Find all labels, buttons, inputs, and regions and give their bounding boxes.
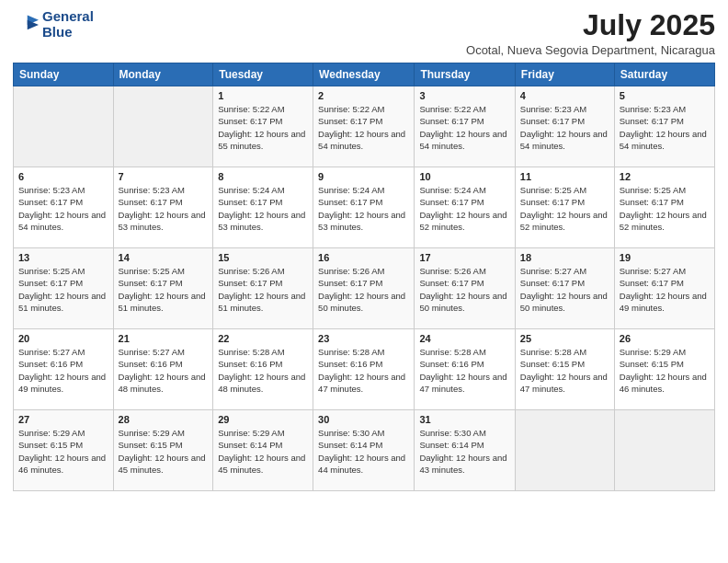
page: General Blue July 2025 Ocotal, Nueva Seg… xyxy=(0,0,728,563)
day-number: 30 xyxy=(318,414,409,425)
day-number: 24 xyxy=(419,333,509,344)
day-info: Sunrise: 5:26 AMSunset: 6:17 PMDaylight:… xyxy=(419,265,509,314)
logo: General Blue xyxy=(13,9,94,40)
weekday-header: Thursday xyxy=(415,63,515,86)
day-info: Sunrise: 5:28 AMSunset: 6:16 PMDaylight:… xyxy=(218,346,308,395)
day-number: 16 xyxy=(318,252,409,263)
day-number: 29 xyxy=(218,414,308,425)
logo-icon xyxy=(13,12,39,38)
day-cell: 28Sunrise: 5:29 AMSunset: 6:15 PMDayligh… xyxy=(113,410,213,491)
day-number: 25 xyxy=(520,333,609,344)
day-info: Sunrise: 5:24 AMSunset: 6:17 PMDaylight:… xyxy=(419,184,509,233)
day-cell: 29Sunrise: 5:29 AMSunset: 6:14 PMDayligh… xyxy=(213,410,313,491)
day-info: Sunrise: 5:24 AMSunset: 6:17 PMDaylight:… xyxy=(318,184,409,233)
day-number: 13 xyxy=(18,252,108,263)
day-number: 31 xyxy=(419,414,509,425)
day-cell: 6Sunrise: 5:23 AMSunset: 6:17 PMDaylight… xyxy=(14,167,114,248)
header: General Blue July 2025 Ocotal, Nueva Seg… xyxy=(13,9,715,57)
day-number: 5 xyxy=(620,90,710,101)
day-info: Sunrise: 5:25 AMSunset: 6:17 PMDaylight:… xyxy=(620,184,710,233)
day-cell: 15Sunrise: 5:26 AMSunset: 6:17 PMDayligh… xyxy=(213,248,313,329)
day-info: Sunrise: 5:22 AMSunset: 6:17 PMDaylight:… xyxy=(419,103,509,152)
day-number: 10 xyxy=(419,171,509,182)
day-cell: 30Sunrise: 5:30 AMSunset: 6:14 PMDayligh… xyxy=(313,410,415,491)
day-number: 2 xyxy=(318,90,409,101)
day-cell: 27Sunrise: 5:29 AMSunset: 6:15 PMDayligh… xyxy=(14,410,114,491)
day-number: 7 xyxy=(119,171,209,182)
day-number: 18 xyxy=(520,252,609,263)
day-cell: 3Sunrise: 5:22 AMSunset: 6:17 PMDaylight… xyxy=(415,86,515,167)
day-number: 19 xyxy=(620,252,710,263)
day-cell: 26Sunrise: 5:29 AMSunset: 6:15 PMDayligh… xyxy=(614,329,714,410)
calendar: SundayMondayTuesdayWednesdayThursdayFrid… xyxy=(13,63,715,491)
day-number: 4 xyxy=(520,90,609,101)
day-cell: 7Sunrise: 5:23 AMSunset: 6:17 PMDaylight… xyxy=(113,167,213,248)
day-cell: 8Sunrise: 5:24 AMSunset: 6:17 PMDaylight… xyxy=(213,167,313,248)
week-row: 20Sunrise: 5:27 AMSunset: 6:16 PMDayligh… xyxy=(14,329,715,410)
weekday-header: Wednesday xyxy=(313,63,415,86)
weekday-header: Sunday xyxy=(14,63,114,86)
day-number: 27 xyxy=(18,414,108,425)
day-cell: 5Sunrise: 5:23 AMSunset: 6:17 PMDaylight… xyxy=(614,86,714,167)
weekday-header: Monday xyxy=(113,63,213,86)
day-cell: 21Sunrise: 5:27 AMSunset: 6:16 PMDayligh… xyxy=(113,329,213,410)
day-info: Sunrise: 5:27 AMSunset: 6:16 PMDaylight:… xyxy=(18,346,108,395)
day-info: Sunrise: 5:30 AMSunset: 6:14 PMDaylight:… xyxy=(318,427,409,476)
day-number: 9 xyxy=(318,171,409,182)
day-number: 17 xyxy=(419,252,509,263)
day-info: Sunrise: 5:23 AMSunset: 6:17 PMDaylight:… xyxy=(520,103,609,152)
day-number: 1 xyxy=(218,90,308,101)
day-cell: 1Sunrise: 5:22 AMSunset: 6:17 PMDaylight… xyxy=(213,86,313,167)
day-info: Sunrise: 5:26 AMSunset: 6:17 PMDaylight:… xyxy=(318,265,409,314)
day-info: Sunrise: 5:23 AMSunset: 6:17 PMDaylight:… xyxy=(119,184,209,233)
day-cell: 4Sunrise: 5:23 AMSunset: 6:17 PMDaylight… xyxy=(515,86,614,167)
day-info: Sunrise: 5:27 AMSunset: 6:16 PMDaylight:… xyxy=(119,346,209,395)
day-info: Sunrise: 5:22 AMSunset: 6:17 PMDaylight:… xyxy=(218,103,308,152)
title-block: July 2025 Ocotal, Nueva Segovia Departme… xyxy=(466,9,715,57)
day-cell: 18Sunrise: 5:27 AMSunset: 6:17 PMDayligh… xyxy=(515,248,614,329)
day-info: Sunrise: 5:25 AMSunset: 6:17 PMDaylight:… xyxy=(520,184,609,233)
day-info: Sunrise: 5:29 AMSunset: 6:15 PMDaylight:… xyxy=(18,427,108,476)
day-cell: 25Sunrise: 5:28 AMSunset: 6:15 PMDayligh… xyxy=(515,329,614,410)
main-title: July 2025 xyxy=(466,9,715,41)
day-info: Sunrise: 5:28 AMSunset: 6:16 PMDaylight:… xyxy=(318,346,409,395)
day-info: Sunrise: 5:29 AMSunset: 6:14 PMDaylight:… xyxy=(218,427,308,476)
day-cell: 20Sunrise: 5:27 AMSunset: 6:16 PMDayligh… xyxy=(14,329,114,410)
weekday-header: Tuesday xyxy=(213,63,313,86)
weekday-header: Saturday xyxy=(614,63,714,86)
day-info: Sunrise: 5:29 AMSunset: 6:15 PMDaylight:… xyxy=(620,346,710,395)
day-info: Sunrise: 5:30 AMSunset: 6:14 PMDaylight:… xyxy=(419,427,509,476)
day-info: Sunrise: 5:28 AMSunset: 6:16 PMDaylight:… xyxy=(419,346,509,395)
logo-line1: General xyxy=(42,9,94,25)
day-number: 6 xyxy=(18,171,108,182)
day-number: 22 xyxy=(218,333,308,344)
day-cell: 22Sunrise: 5:28 AMSunset: 6:16 PMDayligh… xyxy=(213,329,313,410)
day-cell: 31Sunrise: 5:30 AMSunset: 6:14 PMDayligh… xyxy=(415,410,515,491)
weekday-header-row: SundayMondayTuesdayWednesdayThursdayFrid… xyxy=(14,63,715,86)
day-cell xyxy=(515,410,614,491)
subtitle: Ocotal, Nueva Segovia Department, Nicara… xyxy=(466,43,715,57)
logo-line2: Blue xyxy=(42,25,94,40)
weekday-header: Friday xyxy=(515,63,614,86)
day-number: 20 xyxy=(18,333,108,344)
day-cell: 23Sunrise: 5:28 AMSunset: 6:16 PMDayligh… xyxy=(313,329,415,410)
day-info: Sunrise: 5:23 AMSunset: 6:17 PMDaylight:… xyxy=(620,103,710,152)
day-number: 28 xyxy=(119,414,209,425)
day-cell: 11Sunrise: 5:25 AMSunset: 6:17 PMDayligh… xyxy=(515,167,614,248)
day-number: 15 xyxy=(218,252,308,263)
day-cell xyxy=(614,410,714,491)
day-info: Sunrise: 5:23 AMSunset: 6:17 PMDaylight:… xyxy=(18,184,108,233)
day-cell: 16Sunrise: 5:26 AMSunset: 6:17 PMDayligh… xyxy=(313,248,415,329)
day-info: Sunrise: 5:26 AMSunset: 6:17 PMDaylight:… xyxy=(218,265,308,314)
day-cell: 2Sunrise: 5:22 AMSunset: 6:17 PMDaylight… xyxy=(313,86,415,167)
day-number: 23 xyxy=(318,333,409,344)
day-number: 12 xyxy=(620,171,710,182)
day-cell: 12Sunrise: 5:25 AMSunset: 6:17 PMDayligh… xyxy=(614,167,714,248)
day-cell xyxy=(14,86,114,167)
day-info: Sunrise: 5:25 AMSunset: 6:17 PMDaylight:… xyxy=(119,265,209,314)
day-info: Sunrise: 5:29 AMSunset: 6:15 PMDaylight:… xyxy=(119,427,209,476)
day-number: 8 xyxy=(218,171,308,182)
day-number: 11 xyxy=(520,171,609,182)
day-info: Sunrise: 5:27 AMSunset: 6:17 PMDaylight:… xyxy=(520,265,609,314)
week-row: 1Sunrise: 5:22 AMSunset: 6:17 PMDaylight… xyxy=(14,86,715,167)
